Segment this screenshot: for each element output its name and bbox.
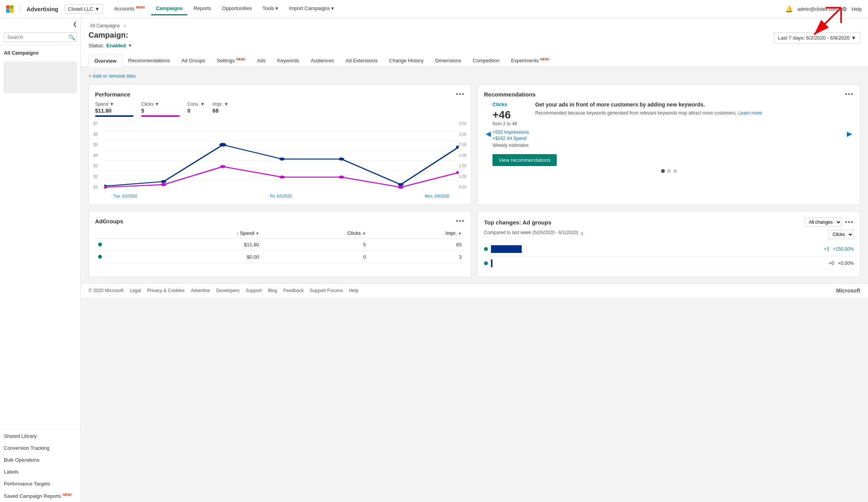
sidebar-collapse-button[interactable]: ❮: [70, 18, 80, 29]
add-tiles-button[interactable]: + Add or remove tiles: [88, 73, 860, 79]
help-icon[interactable]: ?: [581, 232, 583, 237]
svg-point-16: [220, 165, 225, 168]
performance-more-button[interactable]: •••: [456, 91, 465, 98]
col-impr[interactable]: Impr. ▼: [369, 228, 465, 239]
change-bar-area-2: [491, 259, 812, 268]
footer-blog[interactable]: Blog: [268, 288, 277, 293]
nav-campaigns[interactable]: Campaigns: [151, 2, 187, 15]
svg-point-8: [161, 180, 166, 183]
tab-ad-extensions[interactable]: Ad Extensions: [340, 54, 383, 66]
footer-support[interactable]: Support: [245, 288, 262, 293]
nav-import-campaigns[interactable]: Import Campaigns ▾: [284, 2, 339, 15]
impr-sort-icon[interactable]: ▼: [458, 231, 462, 236]
impr-dropdown-icon[interactable]: ▼: [224, 101, 229, 107]
nav-opportunities[interactable]: Opportunities: [217, 2, 256, 15]
clicks-dropdown-icon[interactable]: ▼: [155, 101, 159, 107]
performance-card: Performance ••• Spend ▼ $11.80 Clicks ▼ …: [88, 84, 471, 205]
change-bar-1: [491, 245, 522, 253]
settings-gear-icon[interactable]: ⚙: [842, 6, 847, 13]
nav-accounts[interactable]: Accounts NEW!: [109, 2, 150, 16]
date-range-icon: ▼: [851, 35, 856, 41]
tab-ads[interactable]: Ads: [251, 54, 271, 66]
nav-tools[interactable]: Tools ▾: [258, 2, 283, 15]
adgroups-card: AdGroups ••• ↓ Spend ▼ Clicks ▼ Impr. ▼: [88, 211, 471, 277]
top-changes-more-button[interactable]: •••: [845, 219, 854, 226]
footer-privacy[interactable]: Privacy & Cookies: [147, 288, 184, 293]
tab-competition[interactable]: Competition: [467, 54, 505, 66]
recommendations-more-button[interactable]: •••: [845, 91, 854, 98]
campaign-title: Campaign:: [88, 31, 771, 40]
footer-help[interactable]: Help: [349, 288, 359, 293]
search-wrapper: 🔍: [4, 32, 77, 42]
date-range-selector[interactable]: Last 7 days: 6/2/2020 - 6/8/2020 ▼: [774, 32, 860, 43]
footer-developers[interactable]: Developers: [216, 288, 240, 293]
tab-change-history[interactable]: Change History: [383, 54, 429, 66]
search-input[interactable]: [4, 32, 77, 42]
change-value-1: +3: [824, 246, 829, 252]
footer-support-forums[interactable]: Support Forums: [310, 288, 343, 293]
account-selector[interactable]: Clixtell LLC ▼: [65, 4, 103, 14]
top-changes-header: Top changes: Ad groups All changes •••: [484, 218, 854, 227]
status-row: Status: Enabled ▼: [88, 43, 771, 48]
all-changes-dropdown[interactable]: All changes: [805, 218, 842, 227]
rec-dot-3[interactable]: [673, 169, 677, 173]
sidebar-item-labels[interactable]: Labels: [0, 466, 80, 478]
date-range-label: Last 7 days: 6/2/2020 - 6/8/2020: [778, 35, 850, 41]
rec-next-button[interactable]: ▶: [845, 128, 854, 140]
footer-legal[interactable]: Legal: [130, 288, 141, 293]
view-recommendations-button[interactable]: View recommendations: [492, 154, 557, 166]
footer-copyright: © 2020 Microsoft: [88, 288, 124, 293]
adgroups-tbody: $11.80 5 65 $0.00 0 3: [95, 239, 465, 263]
change-row-2: +0 +0.00%: [484, 256, 854, 271]
breadcrumb[interactable]: All Campaigns ›: [88, 23, 771, 28]
spend-sort-icon[interactable]: ▼: [255, 231, 259, 236]
sidebar-item-shared-library[interactable]: Shared Library: [0, 430, 80, 442]
col-spend[interactable]: ↓ Spend ▼: [138, 228, 262, 239]
clicks-sort-icon[interactable]: ▼: [362, 231, 366, 236]
notification-bell-icon[interactable]: 🔔: [785, 5, 793, 13]
footer-feedback[interactable]: Feedback: [283, 288, 304, 293]
tab-experiments[interactable]: Experiments NEW!: [505, 54, 555, 66]
change-values-1: +3 +150.00%: [815, 246, 854, 252]
help-link[interactable]: Help: [851, 6, 862, 12]
spend-dropdown-icon[interactable]: ▼: [110, 101, 114, 107]
svg-point-18: [339, 176, 344, 179]
clicks-dropdown[interactable]: Clicks: [828, 230, 854, 239]
sidebar-item-performance-targets[interactable]: Performance Targets: [0, 478, 80, 490]
col-clicks[interactable]: Clicks ▼: [262, 228, 369, 239]
top-changes-controls: All changes •••: [805, 218, 854, 227]
rec-prev-button[interactable]: ◀: [484, 128, 492, 140]
search-button[interactable]: 🔍: [68, 34, 75, 40]
rec-extra-impressions: +552 Impressions: [492, 130, 529, 135]
tab-overview[interactable]: Overview: [88, 55, 122, 67]
performance-title: Performance: [95, 91, 130, 98]
rec-learn-more-link[interactable]: Learn more: [738, 110, 762, 116]
tab-keywords[interactable]: Keywords: [271, 54, 305, 66]
tab-settings[interactable]: Settings NEW!: [211, 54, 251, 66]
tab-dimensions[interactable]: Dimensions: [429, 54, 467, 66]
footer-brand: Microsoft: [836, 288, 860, 294]
breadcrumb-separator: ›: [124, 23, 126, 28]
sidebar-item-saved-campaign-reports[interactable]: Saved Campaign Reports: [0, 490, 80, 502]
microsoft-logo: [6, 5, 14, 13]
rec-dot-1[interactable]: [661, 169, 665, 173]
row1-dot: [95, 239, 138, 251]
change-rows: +3 +150.00% +0 +0.00%: [484, 242, 854, 271]
breadcrumb-link[interactable]: All Campaigns: [90, 23, 120, 28]
change-row-1: +3 +150.00%: [484, 242, 854, 256]
sidebar-bottom: Shared Library Conversion Tracking Bulk …: [0, 430, 80, 502]
nav-reports[interactable]: Reports: [189, 2, 216, 15]
adgroups-more-button[interactable]: •••: [456, 218, 465, 224]
row1-clicks: 5: [262, 239, 369, 251]
rec-dot-2[interactable]: [667, 169, 671, 173]
tab-recommendations[interactable]: Recommendations: [122, 54, 175, 66]
footer-advertise[interactable]: Advertise: [191, 288, 210, 293]
logo-area: Advertising: [6, 5, 58, 13]
status-dropdown-icon[interactable]: ▼: [128, 43, 132, 48]
sidebar-item-conversion-tracking[interactable]: Conversion Tracking: [0, 442, 80, 454]
metric-spend-value: $11.80: [95, 108, 134, 114]
tab-audiences[interactable]: Audiences: [305, 54, 340, 66]
tab-ad-groups[interactable]: Ad Groups: [175, 54, 211, 66]
conv-dropdown-icon[interactable]: ▼: [200, 101, 205, 107]
sidebar-item-bulk-operations[interactable]: Bulk Operations: [0, 454, 80, 466]
